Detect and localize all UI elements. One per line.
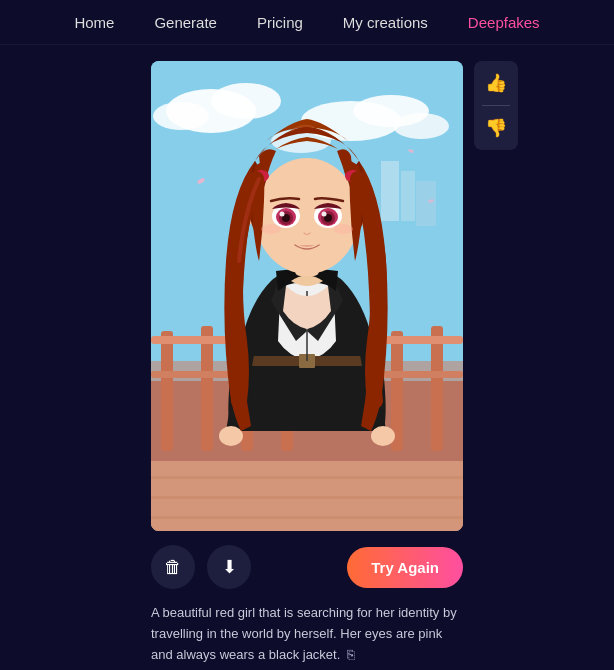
svg-point-29 [371,426,395,446]
bottom-actions: 🗑 ⬇ Try Again [151,545,463,589]
svg-point-2 [211,83,281,119]
svg-point-38 [280,212,285,217]
image-description: A beautiful red girl that is searching f… [151,603,463,666]
svg-point-3 [153,102,209,130]
side-actions: 👍 👎 [474,61,518,150]
nav-home[interactable]: Home [74,14,114,31]
svg-rect-13 [161,331,173,451]
delete-button[interactable]: 🗑 [151,545,195,589]
thumbs-up-button[interactable]: 👍 [474,61,518,105]
nav-my-creations[interactable]: My creations [343,14,428,31]
svg-rect-18 [431,326,443,451]
svg-point-43 [322,212,327,217]
nav-generate[interactable]: Generate [154,14,217,31]
svg-point-28 [219,426,243,446]
navigation: Home Generate Pricing My creations Deepf… [0,0,614,45]
main-content: 👍 👎 🗑 ⬇ Try Again A beautiful red girl t… [0,45,614,670]
svg-point-45 [333,224,353,234]
svg-point-6 [393,113,449,139]
svg-point-44 [261,224,281,234]
copy-icon[interactable]: ⎘ [347,645,355,666]
rating-button-group: 👍 👎 [474,61,518,150]
svg-rect-14 [201,326,213,451]
svg-rect-24 [151,516,463,519]
generated-image [151,61,463,531]
svg-point-31 [255,158,359,274]
try-again-button[interactable]: Try Again [347,547,463,588]
nav-deepfakes[interactable]: Deepfakes [468,14,540,31]
svg-rect-22 [151,476,463,479]
svg-rect-9 [401,171,415,221]
nav-pricing[interactable]: Pricing [257,14,303,31]
svg-rect-10 [416,181,436,226]
download-button[interactable]: ⬇ [207,545,251,589]
svg-rect-23 [151,496,463,499]
thumbs-down-button[interactable]: 👎 [474,106,518,150]
svg-rect-8 [381,161,399,221]
